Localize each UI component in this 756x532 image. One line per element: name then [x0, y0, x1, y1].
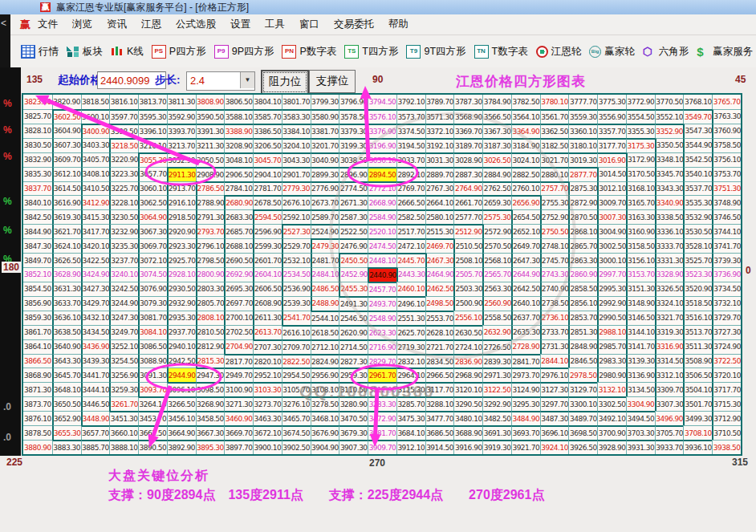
toolbar-item[interactable]: 江恩轮 [536, 45, 582, 59]
toolbar-item[interactable]: PNP数字表 [282, 45, 336, 59]
grid-cell: 3182.50 [540, 138, 569, 152]
support-cell-270: 2961.70 [368, 368, 396, 382]
toolbar-item-label: 板块 [83, 45, 103, 59]
grid-cell: 3177.70 [597, 138, 626, 152]
toolbar-item[interactable]: PSP四方形 [152, 45, 206, 59]
support-button[interactable]: 支撑位 [309, 70, 356, 93]
menu-item-浏览[interactable]: 浏览 [65, 18, 100, 31]
menu-item-交易委托[interactable]: 交易委托 [327, 18, 381, 31]
toolbar-item[interactable]: 板块 [67, 45, 103, 59]
grid-cell: 3374.50 [396, 124, 425, 138]
grid-cell: 2937.70 [167, 325, 196, 339]
grid-cell: 3660.10 [109, 425, 138, 440]
grid-cell: 3739.30 [712, 253, 741, 267]
grid-cell: 3568.90 [453, 109, 482, 124]
grid-cell: 2832.10 [396, 354, 425, 368]
toolbar-item[interactable]: TNT数字表 [474, 45, 528, 59]
grid-cell: 3201.70 [311, 138, 339, 152]
grid-cell: 3734.50 [712, 282, 741, 296]
grid-cell: 3640.90 [52, 339, 81, 354]
grid-cell: 3062.50 [138, 195, 167, 209]
toolbar-item[interactable]: T99T四方形 [406, 45, 465, 59]
step-combobox[interactable]: 2.4 ▼ [186, 71, 255, 91]
grid-cell: 2539.30 [282, 296, 311, 311]
toolbar-item[interactable]: 行情 [21, 45, 59, 59]
grid-cell: 2592.10 [282, 209, 311, 224]
badge-icon: PS [152, 45, 166, 59]
grid-cell: 3307.30 [655, 396, 684, 411]
grid-cell: 3436.90 [81, 339, 110, 354]
grid-cell: 2616.10 [282, 325, 311, 339]
menu-item-工具[interactable]: 工具 [258, 18, 292, 31]
grid-cell: 2450.50 [339, 253, 368, 267]
menu-item-帮助[interactable]: 帮助 [381, 18, 416, 31]
grid-cell: 3816.10 [109, 95, 138, 109]
grid-cell: 3861.70 [23, 325, 52, 339]
grid-cell: 2536.90 [282, 282, 311, 296]
grid-cell: 2692.90 [224, 267, 253, 282]
toolbar-item[interactable]: K线 [111, 45, 144, 59]
grid-cell: 3662.50 [138, 425, 167, 440]
grid-cell: 3422.50 [81, 253, 110, 267]
grid-cell: 3081.70 [138, 311, 167, 325]
grid-cell: 2462.50 [425, 282, 454, 296]
grid-cell: 3340.90 [655, 195, 684, 209]
grid-cell: 2452.90 [339, 267, 368, 282]
grid-cell: 2664.10 [425, 195, 454, 209]
grid-cell: 2889.70 [425, 167, 454, 181]
grid-cell: 3890.50 [138, 440, 167, 454]
gann-wheel-icon [536, 46, 548, 58]
grid-cell: 2712.10 [311, 339, 339, 354]
grid-cell: 3072.10 [138, 253, 167, 267]
grid-cell: 3556.90 [597, 109, 626, 124]
grid-cell: 2815.30 [196, 354, 225, 368]
grid-cell: 2508.10 [453, 253, 482, 267]
grid-cell: 2652.10 [511, 224, 540, 238]
grid-cell: 2908.90 [196, 167, 225, 181]
grid-cell: 3362.50 [540, 124, 569, 138]
toolbar-item[interactable]: Big赢家轮 [589, 45, 635, 59]
grid-cell: 3751.30 [712, 181, 741, 196]
grid-cell: 3273.70 [253, 396, 282, 411]
grid-cell: 3129.70 [568, 382, 597, 396]
toolbar-item[interactable]: ⬡六角形 [643, 45, 689, 59]
grid-cell: 3112.90 [368, 382, 396, 396]
menu-item-资讯[interactable]: 资讯 [100, 18, 134, 31]
toolbar-item[interactable]: P99P四方形 [214, 45, 274, 59]
grid-cell: 3871.30 [23, 382, 52, 396]
step-label: 步长: [155, 73, 181, 87]
menu-item-文件[interactable]: 文件 [30, 18, 65, 31]
grid-cell: 3777.70 [568, 95, 597, 109]
toolbar-item-label: 9P四方形 [232, 45, 274, 59]
grid-cell: 2671.30 [339, 195, 368, 209]
grid-cell: 3914.50 [425, 440, 454, 454]
grid-cell: 3285.70 [396, 396, 425, 411]
menu-item-设置[interactable]: 设置 [223, 18, 258, 31]
grid-cell: 3770.50 [655, 95, 684, 109]
resistance-button[interactable]: 阻力位 [261, 70, 309, 95]
grid-cell: 3242.50 [109, 282, 138, 296]
grid-cell: 2985.70 [597, 339, 626, 354]
grid-cell: 2644.90 [511, 267, 540, 282]
grid-cell: 2793.70 [196, 224, 225, 238]
menu-item-公式选股[interactable]: 公式选股 [169, 18, 223, 31]
grid-cell: 3508.90 [683, 354, 712, 368]
grid-cell: 3796.90 [339, 95, 368, 109]
grid-cell: 3784.90 [482, 95, 511, 109]
grid-cell: 3345.70 [655, 167, 684, 181]
grid-cell: 3453.70 [138, 411, 167, 425]
toolbar-item[interactable]: $赢家服务 [697, 45, 753, 59]
grid-cell: 3160.90 [626, 224, 655, 238]
grid-cell: 2808.10 [196, 311, 225, 325]
grid-cell: 3232.90 [109, 224, 138, 238]
grid-cell: 3398.50 [109, 124, 138, 138]
chevron-down-icon[interactable]: ▼ [240, 72, 254, 88]
grid-cell: 2472.10 [396, 238, 425, 253]
grid-cell: 2988.10 [597, 325, 626, 339]
grid-cell: 3715.30 [712, 396, 741, 411]
menu-item-江恩[interactable]: 江恩 [134, 18, 169, 31]
menu-item-窗口[interactable]: 窗口 [292, 18, 327, 31]
toolbar-item[interactable]: TST四方形 [344, 45, 398, 59]
menu-bar: 赢 文件浏览资讯江恩公式选股设置工具窗口交易委托帮助 [0, 14, 756, 35]
app-logo-icon: 赢 [40, 2, 51, 12]
